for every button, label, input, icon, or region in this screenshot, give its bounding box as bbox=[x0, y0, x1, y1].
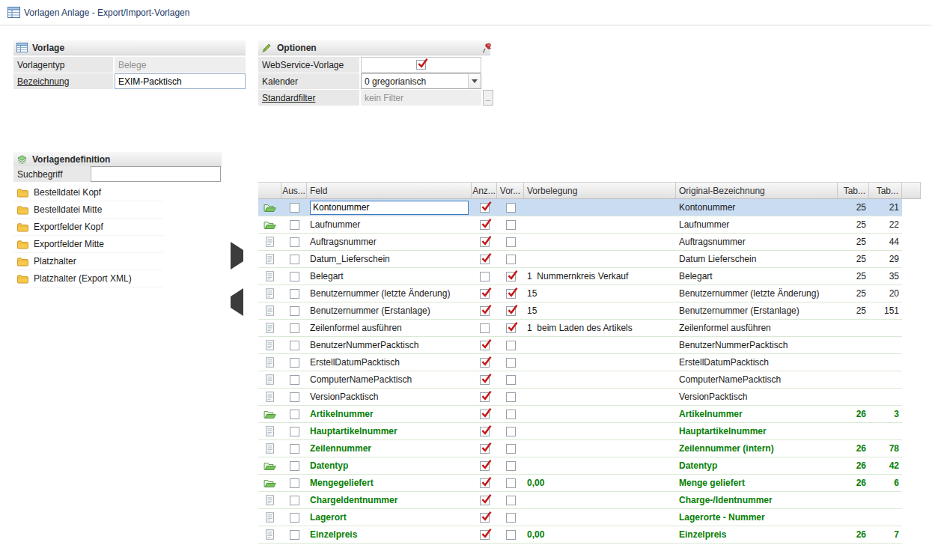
anzeigen-checkbox[interactable] bbox=[480, 530, 490, 540]
column-header-empty[interactable] bbox=[902, 183, 921, 198]
table-row[interactable]: Mengegeliefert0,00Menge geliefert266 bbox=[258, 475, 902, 492]
vorbelegung-checkbox[interactable] bbox=[506, 478, 516, 488]
aus-checkbox[interactable] bbox=[290, 444, 299, 454]
feld-cell[interactable]: Benutzernummer (Erstanlage) bbox=[307, 302, 472, 319]
table-row[interactable]: HauptartikelnummerHauptartikelnummer bbox=[258, 423, 902, 440]
table-row[interactable]: Zeilenformel ausführen1 beim Laden des A… bbox=[258, 320, 902, 337]
feld-cell[interactable]: Zeilennummer bbox=[307, 440, 472, 457]
move-right-button[interactable] bbox=[231, 250, 243, 261]
table-row[interactable]: Einzelpreis0,00Einzelpreis267 bbox=[258, 526, 902, 544]
vorbelegung-checkbox[interactable] bbox=[506, 323, 516, 333]
anzeigen-checkbox[interactable] bbox=[480, 444, 490, 454]
feld-cell[interactable]: Lagerort bbox=[307, 509, 472, 526]
feld-cell[interactable]: Datum_Lieferschein bbox=[307, 251, 472, 267]
column-header[interactable]: Vor... bbox=[497, 183, 524, 198]
webservice-checkbox[interactable] bbox=[416, 60, 426, 70]
column-header-empty[interactable] bbox=[258, 183, 281, 198]
anzeigen-checkbox[interactable] bbox=[480, 306, 490, 316]
anzeigen-checkbox[interactable] bbox=[480, 341, 490, 350]
column-header[interactable]: Original-Bezeichnung bbox=[676, 183, 838, 198]
vorbelegung-checkbox[interactable] bbox=[506, 358, 516, 368]
pushpin-icon[interactable] bbox=[482, 42, 493, 54]
feld-cell[interactable]: Belegart bbox=[307, 268, 472, 284]
vorbelegung-checkbox[interactable] bbox=[506, 427, 516, 436]
aus-checkbox[interactable] bbox=[290, 220, 299, 230]
table-row[interactable]: ZeilennummerZeilennummer (intern)2678 bbox=[258, 440, 902, 457]
category-item[interactable]: Platzhalter (Export XML) bbox=[13, 270, 163, 287]
anzeigen-checkbox[interactable] bbox=[480, 478, 490, 488]
vorbelegung-checkbox[interactable] bbox=[506, 461, 516, 471]
table-row[interactable]: VersionPacktischVersionPacktisch bbox=[258, 389, 902, 406]
anzeigen-checkbox[interactable] bbox=[480, 461, 490, 471]
feld-cell[interactable]: Laufnummer bbox=[307, 216, 472, 233]
vorbelegung-checkbox[interactable] bbox=[506, 220, 516, 230]
table-row[interactable]: ChargeldentnummerCharge-/Identnummer bbox=[258, 492, 902, 509]
table-row[interactable]: DatentypDatentyp2642 bbox=[258, 457, 902, 475]
feld-cell[interactable]: Auftragsnummer bbox=[307, 234, 472, 250]
feld-cell[interactable]: ErstellDatumPacktisch bbox=[307, 354, 472, 371]
aus-checkbox[interactable] bbox=[290, 255, 299, 264]
anzeigen-checkbox[interactable] bbox=[480, 375, 490, 385]
category-item[interactable]: Exportfelder Mitte bbox=[13, 236, 163, 253]
column-header[interactable]: Tab... bbox=[869, 183, 902, 198]
feld-cell[interactable]: Benutzernummer (letzte Änderung) bbox=[307, 285, 472, 302]
aus-checkbox[interactable] bbox=[290, 375, 299, 385]
kalender-dropdown[interactable]: 0 gregorianisch bbox=[361, 73, 481, 89]
aus-checkbox[interactable] bbox=[290, 461, 299, 471]
move-left-button[interactable] bbox=[231, 296, 243, 308]
column-header[interactable]: Tab... bbox=[838, 183, 869, 198]
category-item[interactable]: Bestelldatei Kopf bbox=[13, 184, 163, 201]
aus-checkbox[interactable] bbox=[290, 306, 299, 316]
aus-checkbox[interactable] bbox=[290, 289, 299, 299]
anzeigen-checkbox[interactable] bbox=[480, 513, 490, 523]
category-item[interactable]: Bestelldatei Mitte bbox=[13, 201, 163, 219]
dropdown-arrow-button[interactable] bbox=[468, 74, 481, 88]
aus-checkbox[interactable] bbox=[290, 358, 299, 368]
aus-checkbox[interactable] bbox=[290, 427, 299, 436]
vorbelegung-checkbox[interactable] bbox=[506, 341, 516, 350]
aus-checkbox[interactable] bbox=[290, 323, 299, 333]
anzeigen-checkbox[interactable] bbox=[480, 427, 490, 436]
vorbelegung-checkbox[interactable] bbox=[506, 375, 516, 385]
vorbelegung-checkbox[interactable] bbox=[506, 203, 516, 213]
anzeigen-checkbox[interactable] bbox=[480, 237, 490, 247]
anzeigen-checkbox[interactable] bbox=[480, 255, 490, 264]
vorbelegung-checkbox[interactable] bbox=[506, 444, 516, 454]
table-row[interactable]: LagerortLagerorte - Nummer bbox=[258, 509, 902, 526]
feld-edit-input[interactable]: Kontonummer bbox=[310, 201, 469, 215]
bezeichnung-input[interactable] bbox=[115, 73, 246, 89]
vorbelegung-checkbox[interactable] bbox=[506, 392, 516, 402]
aus-checkbox[interactable] bbox=[290, 530, 299, 540]
standardfilter-browse-button[interactable]: ... bbox=[483, 90, 493, 106]
table-row[interactable]: LaufnummerLaufnummer2522 bbox=[258, 216, 902, 234]
anzeigen-checkbox[interactable] bbox=[480, 272, 490, 281]
anzeigen-checkbox[interactable] bbox=[480, 323, 490, 333]
aus-checkbox[interactable] bbox=[290, 203, 299, 213]
aus-checkbox[interactable] bbox=[290, 478, 299, 488]
vorbelegung-checkbox[interactable] bbox=[506, 289, 516, 299]
vorbelegung-checkbox[interactable] bbox=[506, 255, 516, 264]
vorbelegung-checkbox[interactable] bbox=[506, 306, 516, 316]
table-row[interactable]: ErstellDatumPacktischErstellDatumPacktis… bbox=[258, 354, 902, 371]
anzeigen-checkbox[interactable] bbox=[480, 410, 490, 419]
table-row[interactable]: AuftragsnummerAuftragsnummer2544 bbox=[258, 234, 902, 251]
anzeigen-checkbox[interactable] bbox=[480, 220, 490, 230]
table-row[interactable]: ArtikelnummerArtikelnummer263 bbox=[258, 406, 902, 423]
anzeigen-checkbox[interactable] bbox=[480, 358, 490, 368]
column-header[interactable]: Anz... bbox=[472, 183, 497, 198]
vorbelegung-checkbox[interactable] bbox=[506, 513, 516, 523]
anzeigen-checkbox[interactable] bbox=[480, 392, 490, 402]
table-row[interactable]: Benutzernummer (letzte Änderung)15Benutz… bbox=[258, 285, 902, 302]
column-header[interactable]: Vorbelegung bbox=[524, 183, 676, 198]
feld-cell[interactable]: Zeilenformel ausführen bbox=[307, 320, 472, 336]
anzeigen-checkbox[interactable] bbox=[480, 496, 490, 505]
feld-cell[interactable]: Hauptartikelnummer bbox=[307, 423, 472, 439]
table-row[interactable]: Datum_LieferscheinDatum Lieferschein2529 bbox=[258, 251, 902, 268]
aus-checkbox[interactable] bbox=[290, 513, 299, 523]
vorbelegung-checkbox[interactable] bbox=[506, 496, 516, 505]
aus-checkbox[interactable] bbox=[290, 341, 299, 350]
table-row[interactable]: Belegart1 Nummernkreis VerkaufBelegart25… bbox=[258, 268, 902, 285]
aus-checkbox[interactable] bbox=[290, 272, 299, 281]
column-header[interactable]: Feld bbox=[307, 183, 472, 198]
feld-cell[interactable]: Artikelnummer bbox=[307, 406, 472, 422]
